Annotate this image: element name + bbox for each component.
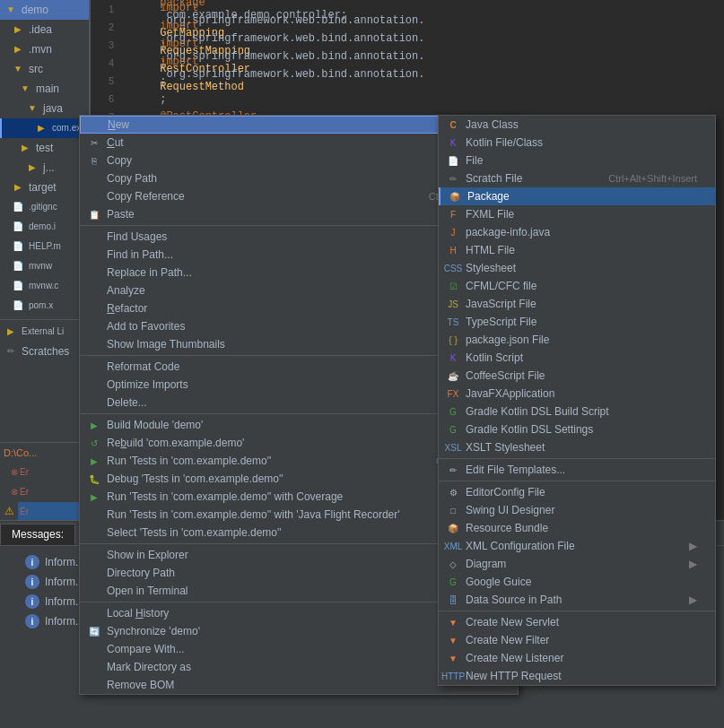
submenu-item-fxml[interactable]: F FXML File — [439, 205, 715, 223]
html-icon: H — [446, 243, 460, 257]
edit-templates-icon: ✏ — [446, 463, 460, 477]
sidebar-item-dc[interactable]: D:\Co... — [0, 443, 89, 463]
sidebar-label-er2: Er — [20, 484, 29, 500]
submenu-arrow-datasource: ▶ — [689, 594, 697, 606]
submenu-item-new-listener[interactable]: ▼ Create New Listener — [439, 649, 715, 667]
sidebar-item-gitignore[interactable]: 📄 .gitignc — [0, 197, 89, 217]
submenu-item-diagram[interactable]: ◇ Diagram ▶ — [439, 555, 715, 573]
menu-label-build-module: Build Module 'demo' — [107, 419, 203, 431]
sidebar-item-mvn[interactable]: ▶ .mvn — [0, 39, 89, 59]
explorer-icon — [87, 548, 101, 562]
submenu-item-editorconfig[interactable]: ⚙ EditorConfig File — [439, 483, 715, 501]
sidebar-item-pom[interactable]: 📄 pom.x — [0, 296, 89, 316]
dc-label: D:\Co... — [4, 445, 37, 461]
folder-icon: ▼ — [4, 3, 18, 17]
find-path-icon — [87, 247, 101, 262]
sidebar-item-target[interactable]: ▶ target — [0, 178, 89, 197]
menu-label-paste: Paste — [107, 208, 135, 221]
submenu-item-javafx[interactable]: FX JavaFXApplication — [439, 385, 715, 403]
sidebar-label-er3: Er — [20, 504, 29, 520]
submenu-item-java-class[interactable]: C Java Class — [439, 116, 715, 134]
sidebar-item-external-lib[interactable]: ▶ External Li — [0, 319, 89, 342]
cut-icon: ✂ — [87, 135, 101, 150]
submenu-label-swing: Swing UI Designer — [466, 504, 554, 516]
submenu-item-swing[interactable]: □ Swing UI Designer — [439, 501, 715, 519]
submenu-item-new-servlet[interactable]: ▼ Create New Servlet — [439, 613, 715, 631]
submenu-item-datasource[interactable]: 🗄 Data Source in Path ▶ — [439, 591, 715, 609]
submenu-label-package-info: package-info.java — [466, 226, 550, 238]
sidebar-label-java: java — [43, 100, 63, 117]
sidebar-item-mvnw[interactable]: 📄 mvnw — [0, 256, 89, 276]
rebuild-icon: ↺ — [87, 436, 101, 450]
submenu-item-scratch[interactable]: ✏ Scratch File Ctrl+Alt+Shift+Insert — [439, 169, 715, 187]
submenu-label-html: HTML File — [466, 244, 515, 256]
compare-icon — [87, 642, 101, 656]
sidebar-item-demo[interactable]: ▼ demo — [0, 0, 89, 20]
sidebar-item-java[interactable]: ▼ java — [0, 99, 89, 118]
submenu-item-gradle-kotlin-settings[interactable]: G Gradle Kotlin DSL Settings — [439, 420, 715, 438]
submenu-item-stylesheet[interactable]: CSS Stylesheet — [439, 259, 715, 277]
tab-messages[interactable]: Messages: — [0, 524, 75, 545]
submenu-label-fxml: FXML File — [466, 208, 514, 221]
submenu-item-ts[interactable]: TS TypeScript File — [439, 313, 715, 331]
copy-icon: ⎘ — [87, 153, 101, 168]
submenu-label-package: Package — [467, 190, 510, 203]
coverage-icon: ▶ — [87, 490, 101, 504]
copy-ref-icon — [87, 189, 101, 204]
sidebar-label-demo-iml: demo.i — [29, 219, 56, 235]
stylesheet-icon: CSS — [446, 261, 460, 275]
submenu-item-gradle-kotlin-build[interactable]: G Gradle Kotlin DSL Build Script — [439, 403, 715, 420]
submenu-item-http-request[interactable]: HTTP New HTTP Request — [439, 667, 715, 685]
submenu-item-resource-bundle[interactable]: 📦 Resource Bundle — [439, 519, 715, 537]
submenu-item-file[interactable]: 📄 File — [439, 152, 715, 169]
javafx-icon: FX — [446, 386, 460, 401]
submenu-item-kotlin-class[interactable]: K Kotlin File/Class — [439, 134, 715, 152]
submenu-item-js[interactable]: JS JavaScript File — [439, 295, 715, 313]
sidebar-item-scratches[interactable]: ✏ Scratches — [0, 342, 89, 361]
sidebar-item-demo-iml[interactable]: 📄 demo.i — [0, 217, 89, 237]
line-num-3: 3 — [94, 39, 121, 50]
submenu-label-resource-bundle: Resource Bundle — [466, 522, 548, 534]
submenu-label-diagram: Diagram — [466, 558, 506, 570]
submenu-item-cfml[interactable]: ☑ CFML/CFC file — [439, 277, 715, 295]
file-icon: 📄 — [11, 279, 25, 293]
mark-dir-icon — [87, 660, 101, 674]
folder-icon: ▶ — [25, 160, 39, 175]
sidebar-item-er2[interactable]: ⊗ Er — [0, 482, 89, 502]
sidebar-item-idea[interactable]: ▶ .idea — [0, 20, 89, 39]
sidebar-item-main[interactable]: ▼ main — [0, 79, 89, 99]
submenu-item-package-json[interactable]: { } package.json File — [439, 331, 715, 349]
msg-icon-2: i — [25, 575, 39, 589]
sidebar-label-src: src — [29, 61, 43, 77]
submenu-item-edit-templates[interactable]: ✏ Edit File Templates... — [439, 461, 715, 479]
menu-label-sync: Synchronize 'demo' — [107, 625, 200, 637]
sidebar-item-help[interactable]: 📄 HELP.m — [0, 237, 89, 256]
sidebar-item-j[interactable]: ▶ j... — [0, 158, 89, 178]
sidebar-label-mvnwc: mvnw.c — [29, 278, 58, 294]
package-json-icon: { } — [446, 333, 460, 347]
google-guice-icon: G — [446, 575, 460, 589]
line-num-4: 4 — [94, 57, 121, 68]
refactor-icon — [87, 301, 101, 316]
submenu-item-coffee[interactable]: ☕ CoffeeScript File — [439, 367, 715, 385]
submenu-item-new-filter[interactable]: ▼ Create New Filter — [439, 631, 715, 649]
submenu-item-kotlin-script[interactable]: K Kotlin Script — [439, 349, 715, 367]
submenu-item-html[interactable]: H HTML File — [439, 241, 715, 259]
submenu-item-xslt[interactable]: XSL XSLT Stylesheet — [439, 438, 715, 456]
paste-icon: 📋 — [87, 207, 101, 221]
file-icon: 📄 — [11, 220, 25, 234]
sidebar-item-com-example[interactable]: ▶ com.example.demo — [0, 118, 89, 138]
submenu-item-google-guice[interactable]: G Google Guice — [439, 573, 715, 591]
submenu-label-scratch: Scratch File — [466, 172, 522, 185]
sidebar-item-mvnwc[interactable]: 📄 mvnw.c — [0, 276, 89, 296]
submenu-item-xml-config[interactable]: XML XML Configuration File ▶ — [439, 537, 715, 555]
sidebar-item-er1[interactable]: ⊗ Er — [0, 463, 89, 482]
ts-icon: TS — [446, 315, 460, 329]
submenu-label-datasource: Data Source in Path — [466, 594, 562, 606]
submenu-item-package[interactable]: 📦 Package — [439, 187, 715, 205]
submenu-item-package-info[interactable]: J package-info.java — [439, 223, 715, 241]
submenu-label-gradle-kotlin-build: Gradle Kotlin DSL Build Script — [466, 405, 609, 418]
sidebar-item-test[interactable]: ▶ test — [0, 138, 89, 158]
diagram-icon: ◇ — [446, 557, 460, 571]
sidebar-item-src[interactable]: ▼ src — [0, 59, 89, 79]
